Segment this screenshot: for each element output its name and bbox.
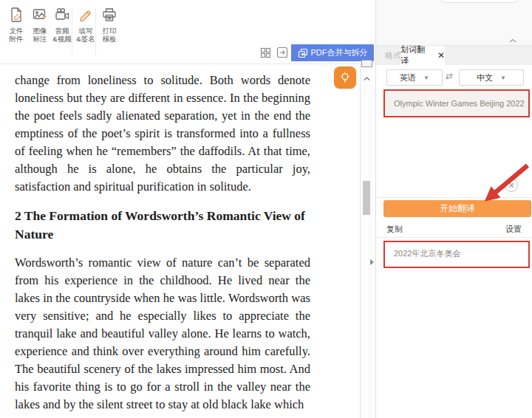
panel-collapse-handle[interactable] <box>370 259 374 265</box>
document-paragraph-1: change from loneliness to solitude. Both… <box>15 72 310 196</box>
tab-translation[interactable]: 划词翻译 ✕ <box>400 46 445 65</box>
source-language-dropdown[interactable]: 英语 ▼ <box>386 69 443 86</box>
source-text: Olympic Winter Games Beijing 2022 <box>394 99 525 108</box>
file-attachment-icon <box>4 6 29 25</box>
copy-button[interactable]: 复制 <box>386 224 403 235</box>
tab-close-icon[interactable]: ✕ <box>437 51 445 60</box>
toolbar-label: 图像 <box>27 27 52 35</box>
panel-top-area <box>376 0 532 46</box>
toolbar-label: 文件 <box>4 27 29 35</box>
tab-translation-label: 划词翻译 <box>400 44 433 66</box>
main-toolbar: 文件 附件 图像 标注 音 <box>0 0 375 64</box>
toolbar-separator <box>72 7 72 55</box>
divider <box>376 197 532 198</box>
settings-button[interactable]: 设置 <box>505 224 522 235</box>
audio-video-icon <box>50 6 75 25</box>
page-mode-icon[interactable] <box>276 47 288 58</box>
document-section-heading: 2 The Formation of Wordsworth’s Romantic… <box>15 207 310 244</box>
pdf-merge-split-button[interactable]: PDF合并与拆分 <box>291 44 374 61</box>
toolbar-separator <box>95 7 96 55</box>
chevron-down-icon: ▼ <box>423 75 429 81</box>
toolbar-item-audio-video[interactable]: 音频 &视频 <box>50 6 75 43</box>
toolbar-label: 附件 <box>4 35 29 43</box>
toolbar-label: 填写 <box>73 27 98 35</box>
divider <box>376 237 532 238</box>
result-text: 2022年北京冬奥会 <box>394 249 460 258</box>
toolbar-label: &视频 <box>50 35 75 43</box>
scroll-up-icon[interactable] <box>364 71 370 84</box>
translation-panel: 格式 划词翻译 ✕ 英语 ▼ ⇄ 中文 ▼ Olympic Winter Gam… <box>375 0 532 418</box>
app-window: 文件 附件 图像 标注 音 <box>0 0 532 418</box>
toolbar-label: 标注 <box>27 35 52 43</box>
document-page: change from loneliness to solitude. Both… <box>0 65 360 418</box>
toolbar-item-file-attachment[interactable]: 文件 附件 <box>4 6 29 43</box>
merge-split-label: PDF合并与拆分 <box>311 47 368 58</box>
panel-tabbar: 格式 划词翻译 ✕ <box>376 46 532 65</box>
scrollbar-thumb[interactable] <box>363 181 370 215</box>
toolbar-item-fill-sign[interactable]: 填写 &签名 <box>73 6 98 43</box>
toolbar-item-image-annotation[interactable]: 图像 标注 <box>27 6 52 43</box>
document-scrollbar[interactable] <box>360 64 373 418</box>
swap-languages-icon[interactable]: ⇄ <box>446 71 453 81</box>
scrollbar-top-box[interactable] <box>361 60 372 67</box>
toolbar-item-print-template[interactable]: 打印 模板 <box>97 6 122 43</box>
target-language-dropdown[interactable]: 中文 ▼ <box>459 69 524 86</box>
assistant-lightbulb-button[interactable] <box>334 66 356 89</box>
tab-format[interactable]: 格式 <box>385 46 401 65</box>
grid-view-icon[interactable] <box>260 47 272 59</box>
target-language-value: 中文 <box>477 72 493 83</box>
toolbar-label: &签名 <box>73 35 98 43</box>
chevron-down-icon: ▼ <box>500 75 506 81</box>
clear-input-icon[interactable]: ✕ <box>505 179 518 192</box>
toolbar-label: 模板 <box>97 35 122 43</box>
start-translate-button[interactable]: 开始翻译 <box>383 200 531 217</box>
merge-split-icon <box>298 48 308 58</box>
collapse-up-icon[interactable] <box>509 32 516 46</box>
toolbar-label: 音频 <box>50 27 75 35</box>
document-paragraph-2: Wordsworth’s romantic view of nature can… <box>15 254 310 414</box>
print-template-icon <box>97 6 122 25</box>
toolbar-label: 打印 <box>97 27 122 35</box>
fill-sign-pencil-icon <box>73 6 98 25</box>
image-annotation-icon <box>27 6 52 25</box>
lightbulb-icon <box>338 70 352 85</box>
result-text-box: 2022年北京冬奥会 <box>383 241 530 268</box>
source-text-box[interactable]: Olympic Winter Games Beijing 2022 <box>383 89 530 117</box>
source-language-value: 英语 <box>400 72 416 83</box>
search-box-partial[interactable] <box>440 0 519 3</box>
